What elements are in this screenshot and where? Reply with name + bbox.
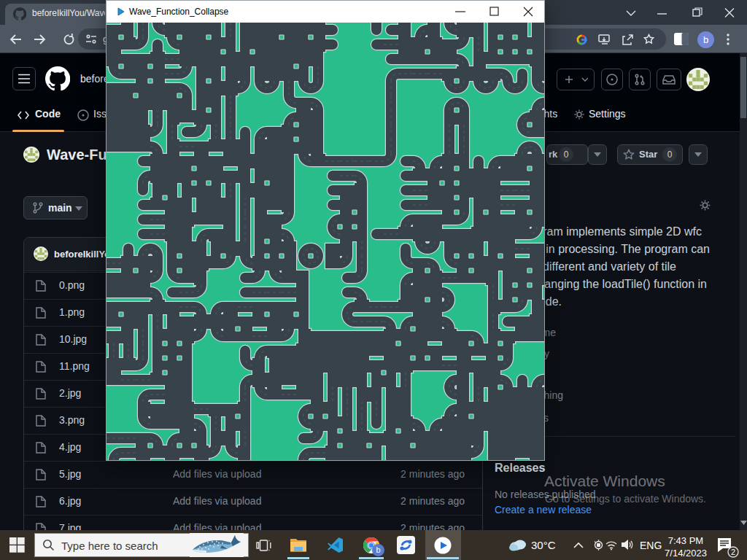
svg-text:2: 2 bbox=[731, 548, 735, 556]
